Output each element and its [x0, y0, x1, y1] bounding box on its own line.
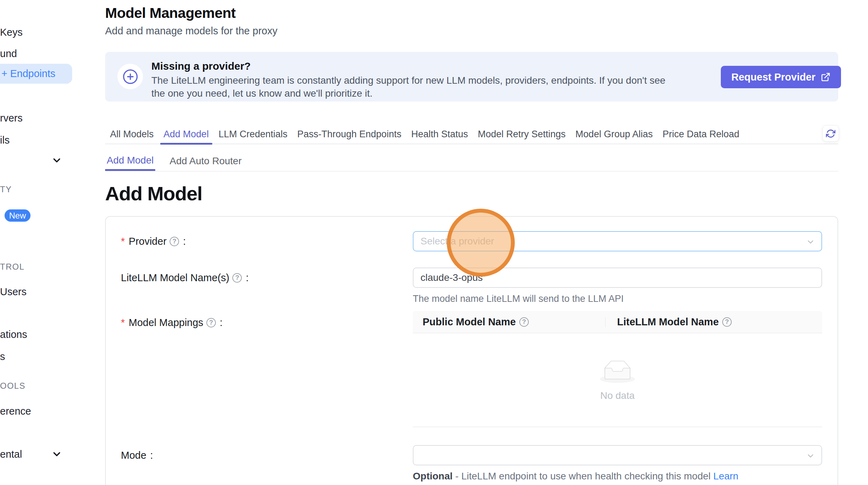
help-icon[interactable]: ? [519, 317, 529, 327]
sidebar: Keys und + Endpoints rvers ils TY New TR… [0, 0, 72, 485]
required-asterisk: * [121, 317, 125, 328]
add-model-form-card: * Provider ? : Select a provider LiteLLM… [105, 216, 838, 485]
tab-all-models[interactable]: All Models [105, 124, 159, 144]
missing-provider-banner: Missing a provider? The LiteLLM engineer… [105, 52, 838, 102]
model-tabs: All Models Add Model LLM Credentials Pas… [105, 125, 838, 144]
mappings-empty-state: No data [413, 333, 822, 427]
tab-model-retry-settings[interactable]: Model Retry Settings [473, 124, 571, 144]
model-mappings-label: * Model Mappings ? : [121, 312, 223, 333]
no-data-text: No data [600, 390, 635, 401]
new-badge[interactable]: New [5, 209, 30, 222]
model-mappings-table: Public Model Name ? LiteLLM Model Name ? [413, 311, 822, 427]
banner-title: Missing a provider? [151, 60, 251, 72]
tab-pass-through-endpoints[interactable]: Pass-Through Endpoints [292, 124, 406, 144]
model-management-screen: Keys und + Endpoints rvers ils TY New TR… [0, 0, 868, 485]
required-asterisk: * [121, 236, 125, 247]
help-icon[interactable]: ? [232, 273, 242, 283]
column-divider [605, 317, 606, 327]
help-icon[interactable]: ? [170, 237, 179, 246]
sidebar-item-internal-users[interactable]: Users [0, 286, 27, 298]
tab-llm-credentials[interactable]: LLM Credentials [214, 124, 293, 144]
tab-model-group-alias[interactable]: Model Group Alias [570, 124, 658, 144]
mappings-table-header: Public Model Name ? LiteLLM Model Name ? [413, 311, 822, 333]
empty-box-icon [600, 359, 635, 386]
learn-link[interactable]: Learn [713, 471, 739, 481]
add-model-subtabs: Add Model Add Auto Router [105, 151, 838, 172]
sidebar-section-tools: OOLS [0, 381, 26, 391]
tab-add-model[interactable]: Add Model [159, 124, 214, 144]
refresh-button[interactable] [822, 125, 839, 141]
model-name-helper: The model name LiteLLM will send to the … [413, 293, 624, 304]
sidebar-section-access-control: TROL [0, 262, 25, 272]
sidebar-item-playground[interactable]: und [0, 48, 17, 60]
chevron-down-icon[interactable] [51, 449, 62, 460]
sidebar-item-models-endpoints[interactable]: + Endpoints [0, 64, 72, 84]
public-model-name-header: Public Model Name ? [413, 316, 605, 328]
chevron-down-icon [806, 451, 815, 460]
provider-select[interactable]: Select a provider [413, 231, 822, 251]
sidebar-item-mcp-servers[interactable]: rvers [0, 112, 22, 124]
mode-label: Mode : [121, 445, 153, 465]
page-title: Model Management [105, 5, 235, 21]
sidebar-item-teams[interactable]: s [0, 351, 5, 362]
help-icon[interactable]: ? [722, 317, 732, 327]
subtab-add-model[interactable]: Add Model [105, 151, 155, 171]
model-name-label: LiteLLM Model Name(s) ? : [121, 268, 249, 288]
page-subtitle: Add and manage models for the proxy [105, 25, 278, 37]
sidebar-item-virtual-keys[interactable]: Keys [0, 27, 22, 38]
request-provider-button[interactable]: Request Provider [721, 66, 841, 88]
provider-placeholder: Select a provider [421, 236, 494, 247]
sidebar-item-api-reference[interactable]: erence [0, 406, 31, 417]
litellm-model-name-header: LiteLLM Model Name ? [605, 316, 732, 328]
sidebar-item-experimental[interactable]: ental [0, 449, 22, 460]
sidebar-item-guardrails[interactable]: ils [0, 134, 9, 146]
refresh-icon [826, 129, 835, 138]
external-link-icon [821, 72, 831, 82]
model-name-input[interactable] [413, 268, 822, 288]
chevron-down-icon[interactable] [51, 155, 62, 166]
sidebar-section-observability: TY [0, 185, 12, 194]
tab-price-data-reload[interactable]: Price Data Reload [658, 124, 744, 144]
subtab-divider [105, 171, 838, 172]
sidebar-item-organizations[interactable]: ations [0, 329, 27, 340]
mode-helper: Optional - LiteLLM endpoint to use when … [413, 471, 738, 482]
subtab-add-auto-router[interactable]: Add Auto Router [164, 151, 247, 171]
tab-health-status[interactable]: Health Status [406, 124, 473, 144]
mode-select[interactable] [413, 445, 822, 465]
banner-body: The LiteLLM engineering team is constant… [151, 74, 677, 100]
add-model-heading: Add Model [105, 182, 202, 205]
plus-circle-icon [117, 64, 143, 89]
chevron-down-icon [806, 237, 815, 247]
help-icon[interactable]: ? [206, 318, 216, 327]
provider-label: * Provider ? : [121, 231, 186, 251]
